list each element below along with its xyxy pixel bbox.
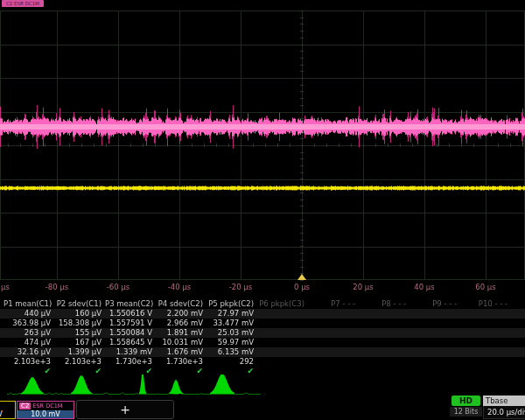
measure-value: 1.339 mV (105, 347, 152, 357)
measure-value: 32.16 µV (4, 347, 51, 357)
measure-value: 167 µV (54, 338, 102, 347)
channel-descriptor-c2[interactable]: C2 ESR DC1M 10.0 mV (17, 401, 74, 419)
measure-value: 1.550084 V (105, 328, 152, 338)
measure-param-header[interactable]: P3 mean(C2) (105, 299, 152, 309)
measure-header-row: P1 mean(C1)P2 sdev(C1)P3 mean(C2)P4 sdev… (0, 299, 525, 309)
measure-row-max: 474 µV167 µV1.558645 V10.031 mV59.97 mV (0, 338, 525, 347)
measure-value: 6.135 mV (206, 347, 254, 357)
timebase-descriptor[interactable]: Tbase 20.0 µs/div (483, 396, 525, 419)
measure-row-min: 263 µV155 µV1.550084 V1.891 mV25.03 mV (0, 328, 525, 338)
measure-param-header[interactable]: P8 - - - (359, 299, 406, 309)
add-trace-button[interactable]: + (76, 400, 174, 419)
measurement-histicons[interactable] (0, 374, 271, 398)
measure-param-header[interactable]: P5 pkpk(C2) (206, 299, 254, 309)
measure-row-mean: 363.98 µV158.308 µV1.557591 V2.966 mV33.… (0, 318, 525, 328)
measure-value: 1.399 µV (54, 347, 102, 357)
measure-value: 2.103e+3 (54, 357, 102, 367)
waveform-grid-area[interactable] (0, 0, 525, 298)
measure-value: 363.98 µV (4, 318, 51, 328)
time-axis-label: 60 µs (475, 283, 495, 291)
measure-param-header[interactable]: P4 sdev(C2) (156, 299, 203, 309)
measure-value: 263 µV (4, 328, 51, 338)
measure-value: 2.200 mV (156, 309, 203, 318)
measure-param-header[interactable]: P1 mean(C1) (4, 299, 51, 309)
measure-value: 1.730e+3 (105, 357, 152, 367)
time-axis-label: 0 µs (294, 283, 310, 291)
oscilloscope-screen: C2 ESR DC1M -100 µs-80 µs-60 µs-40 µs-20… (0, 0, 525, 420)
trace-annotation-badge: C2 ESR DC1M (2, 0, 44, 7)
measure-value: 292 (206, 357, 254, 367)
measure-value: 1.558645 V (105, 338, 152, 347)
measure-row-num: 2.103e+32.103e+31.730e+31.730e+3292 (0, 357, 525, 367)
timebase-value: 20.0 µs/div (483, 406, 525, 419)
plus-icon: + (120, 402, 130, 416)
time-axis-label: -80 µs (46, 283, 68, 291)
hd-bits-label: 12 Bits (450, 407, 482, 416)
hd-mode-badge[interactable]: HD (452, 396, 480, 406)
measure-value: 1.730e+3 (156, 357, 203, 367)
measure-value: 1.557591 V (105, 318, 152, 328)
measure-value: 440 µV (4, 309, 51, 318)
measure-value: 1.676 mV (156, 347, 203, 357)
c2-label: C2 (19, 402, 31, 410)
measure-param-header[interactable]: P9 - - - (410, 299, 457, 309)
measure-param-header[interactable]: P6 pkpk(C3) (257, 299, 304, 309)
measure-value: 25.03 mV (206, 328, 254, 338)
measure-param-header[interactable]: P10 - - - (460, 299, 508, 309)
measure-value: 155 µV (54, 328, 102, 338)
measure-value: 160 µV (54, 309, 102, 318)
time-axis-label: -100 µs (0, 283, 10, 291)
c1-scale: 10.0 mV (0, 410, 15, 418)
measure-value: 27.97 mV (206, 309, 254, 318)
time-axis-label: -60 µs (107, 283, 130, 291)
time-axis-label: 40 µs (414, 283, 434, 291)
time-axis-label: -20 µs (229, 283, 252, 291)
channel-descriptor-c1[interactable]: C1 DC1M 10.0 mV (0, 401, 16, 419)
measure-value: 33.477 mV (206, 318, 254, 328)
measure-row-sdev: 32.16 µV1.399 µV1.339 mV1.676 mV6.135 mV (0, 347, 525, 357)
measure-row-value: 440 µV160 µV1.550616 V2.200 mV27.97 mV (0, 309, 525, 318)
time-axis-label: 20 µs (353, 283, 373, 291)
measure-param-header[interactable]: P2 sdev(C1) (54, 299, 102, 309)
timebase-title: Tbase (483, 396, 525, 406)
measurement-table[interactable]: P1 mean(C1)P2 sdev(C1)P3 mean(C2)P4 sdev… (0, 299, 525, 376)
measure-value: 1.550616 V (105, 309, 152, 318)
time-axis-label: -40 µs (168, 283, 191, 291)
measure-value: 59.97 mV (206, 338, 254, 347)
measure-value: 1.891 mV (156, 328, 203, 338)
measure-value: 474 µV (4, 338, 51, 347)
measure-param-header[interactable]: P7 - - - (308, 299, 355, 309)
c2-scale: 10.0 mV (18, 410, 74, 418)
measure-value: 158.308 µV (54, 318, 102, 328)
measure-value: 10.031 mV (156, 338, 203, 347)
trigger-position-marker[interactable] (298, 274, 306, 280)
measure-value: 2.966 mV (156, 318, 203, 328)
measure-value: 2.103e+3 (4, 357, 51, 367)
c2-coupling: ESR DC1M (32, 402, 62, 410)
